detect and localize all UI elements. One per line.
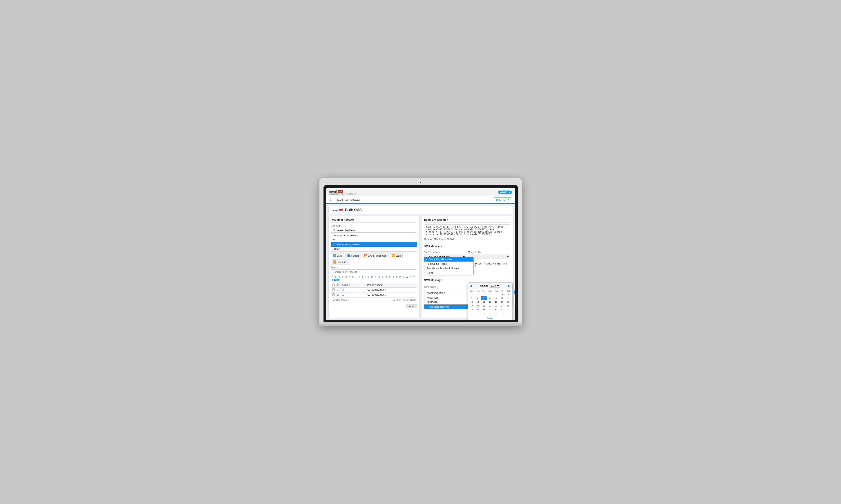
template-item-none[interactable]: -None-	[424, 271, 473, 275]
merge-fields-select[interactable]	[468, 254, 510, 259]
cal-day[interactable]: 17	[499, 300, 505, 304]
cal-prev[interactable]: ◀	[470, 284, 472, 287]
dropdown-item-vip[interactable]: VIP	[331, 238, 417, 242]
cal-day[interactable]: 22	[487, 304, 493, 308]
cal-day[interactable]: 15	[487, 300, 493, 304]
time-1115[interactable]: 11:15AM	[514, 302, 515, 306]
time-1015[interactable]: 10:15 AM	[514, 287, 515, 290]
alpha-L[interactable]: L	[367, 276, 370, 278]
cal-day-today[interactable]: 7	[481, 296, 487, 300]
cal-day[interactable]: 31	[499, 308, 505, 311]
cal-day[interactable]: 31	[481, 292, 487, 296]
recipient-textarea[interactable]: Mark Connors<+13031234567>;Lucy Swanson<…	[424, 224, 510, 237]
alpha-G[interactable]: G	[351, 276, 354, 278]
tab-case[interactable]: ≡ Case	[331, 253, 344, 258]
alpha-M[interactable]: M	[370, 276, 374, 278]
cal-today-link[interactable]: Today	[487, 317, 493, 320]
row-1-name[interactable]: 01	[342, 289, 345, 291]
campaign-dropdown[interactable]: Season Ticket Holders VIP Championship G…	[331, 233, 417, 251]
cal-day[interactable]: 19	[469, 304, 475, 308]
alpha-O[interactable]: O	[378, 276, 381, 278]
tab-opportunity[interactable]: 🏆 Opportunity	[331, 259, 350, 265]
cal-day[interactable]: 10	[499, 296, 505, 300]
cal-day[interactable]: 2	[493, 292, 499, 296]
alpha-E[interactable]: E	[345, 276, 348, 278]
dropdown-item-none[interactable]: -None-	[331, 247, 417, 251]
alpha-X[interactable]: X	[409, 276, 412, 278]
template-item-gameday[interactable]: Game Day Reminder	[424, 257, 473, 262]
select-all-checkbox[interactable]	[332, 284, 335, 286]
cal-next[interactable]: ▶	[508, 284, 510, 287]
cal-day[interactable]: 6	[475, 296, 480, 300]
alpha-W[interactable]: W	[405, 276, 409, 278]
time-1000[interactable]: 10:00 AM	[514, 283, 515, 287]
cal-day[interactable]: 20	[475, 304, 480, 308]
alpha-R[interactable]: R	[388, 276, 391, 278]
row-2-name[interactable]: 02	[342, 294, 345, 296]
cal-day[interactable]: 16	[493, 300, 499, 304]
alpha-P[interactable]: P	[381, 276, 384, 278]
alpha-F[interactable]: F	[348, 276, 351, 278]
row-2-checkbox[interactable]	[332, 293, 335, 296]
cal-day[interactable]: 21	[481, 304, 487, 308]
template-item-feedback[interactable]: Post Game Feedback Survey	[424, 266, 473, 271]
time-1045[interactable]: 10:45AM	[514, 294, 515, 298]
cal-day[interactable]: 30	[493, 308, 499, 311]
alpha-Q[interactable]: Q	[385, 276, 388, 278]
schedule-date-input[interactable]	[437, 285, 469, 289]
cal-day[interactable]: 4	[481, 312, 487, 315]
tab-contact[interactable]: 👤 Contact	[345, 253, 361, 258]
dropdown-item-season[interactable]: Season Ticket Holders	[331, 233, 417, 238]
campaign-input[interactable]	[331, 228, 417, 233]
alpha-U[interactable]: U	[398, 276, 402, 278]
cal-day[interactable]: 11	[505, 296, 511, 300]
cal-day[interactable]: 1	[505, 308, 511, 311]
add-button[interactable]: Add	[406, 304, 417, 308]
dropdown-item-championship[interactable]: Championship Game	[331, 242, 417, 247]
cal-day[interactable]: 7	[499, 312, 505, 315]
cal-day[interactable]: 24	[499, 304, 505, 308]
cal-day[interactable]: 13	[475, 300, 480, 304]
cal-day[interactable]: 8	[487, 296, 493, 300]
cal-day[interactable]: 9	[493, 296, 499, 300]
alpha-C[interactable]: C	[338, 276, 341, 278]
alpha-D[interactable]: D	[341, 276, 345, 278]
alpha-Y[interactable]: Y	[413, 276, 416, 278]
time-1030[interactable]: 10:30AM	[514, 290, 515, 294]
alpha-Z[interactable]: Z	[331, 278, 334, 281]
cal-year-select[interactable]: 2020	[489, 284, 500, 288]
cal-day[interactable]: 3	[499, 292, 505, 296]
cal-day[interactable]: 28	[481, 308, 487, 311]
alpha-V[interactable]: V	[402, 276, 405, 278]
cal-day[interactable]: 3	[475, 312, 480, 315]
cal-day[interactable]: 2	[469, 312, 475, 315]
cal-day[interactable]: 5	[469, 296, 475, 300]
cal-day[interactable]: 26	[469, 308, 475, 311]
search-input[interactable]	[331, 269, 417, 274]
cal-day[interactable]: 8	[505, 312, 511, 315]
time-1100[interactable]: 11:00AM	[514, 298, 515, 302]
alpha-B[interactable]: B	[334, 276, 337, 278]
cal-today-btn[interactable]: Today	[468, 316, 512, 320]
cal-day[interactable]: 29	[487, 308, 493, 311]
alpha-K[interactable]: K	[364, 276, 367, 278]
cal-day[interactable]: 6	[493, 312, 499, 315]
cal-day[interactable]: 5	[487, 312, 493, 315]
alpha-H[interactable]: H	[355, 276, 358, 278]
cal-day[interactable]: 27	[475, 308, 480, 311]
alpha-I[interactable]: I	[358, 276, 361, 278]
alpha-T[interactable]: T	[395, 276, 398, 278]
cal-day[interactable]: 14	[481, 300, 487, 304]
template-dropdown[interactable]: Game Day Reminder Post Game Recap Post G…	[424, 257, 474, 275]
cal-day[interactable]: 25	[505, 304, 511, 308]
cal-day[interactable]: 23	[493, 304, 499, 308]
cal-day[interactable]: 4	[505, 292, 511, 296]
tab-lead[interactable]: ⭐ Lead	[390, 253, 403, 258]
tab-event[interactable]: 📅 Event Registration	[362, 253, 388, 258]
alpha-S[interactable]: S	[391, 276, 395, 278]
alpha-N[interactable]: N	[374, 276, 378, 278]
row-1-checkbox[interactable]	[332, 289, 335, 291]
alpha-A[interactable]: A	[331, 276, 334, 278]
cal-day[interactable]: 18	[505, 300, 511, 304]
cal-day[interactable]: 29	[469, 292, 475, 296]
